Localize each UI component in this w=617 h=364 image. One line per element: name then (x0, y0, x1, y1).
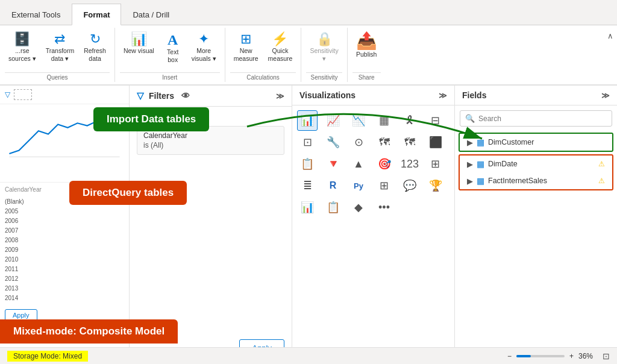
ribbon-group-share: 📤 Publish Share (348, 28, 386, 82)
fit-page-icon[interactable]: ⊡ (603, 351, 610, 361)
year-2013: 2013 (5, 284, 124, 293)
recent-sources-button[interactable]: 🗄️ ...rsesources ▾ (5, 30, 40, 64)
viz-icons-grid: 📊 📈 📉 ▦ 🎗 ⊟ ⊡ 🔧 ⊙ 🗺 🗺 ⬛ 📋 🔻 ▲ 🎯 123 ⊞ ≣ … (292, 105, 454, 222)
recent-sources-icon: 🗄️ (14, 33, 30, 46)
table-icon-factinternetsales: ▦ (477, 176, 484, 186)
fields-expand-btn[interactable]: ≫ (601, 91, 610, 100)
composite-model-callout: Mixed-mode: Composite Model (0, 319, 178, 344)
filter-title: CalendarYear (143, 131, 278, 140)
ribbon-group-queries: 🗄️ ...rsesources ▾ ⇄ Transformdata ▾ ↻ R… (0, 28, 115, 82)
viz-icon-custom3[interactable]: ◆ (348, 197, 369, 218)
more-visuals-button[interactable]: ✦ Morevisuals ▾ (188, 30, 220, 64)
tab-external-tools[interactable]: External Tools (0, 4, 72, 25)
viz-icon-map[interactable]: 🗺 (399, 132, 420, 152)
search-icon: 🔍 (465, 114, 475, 123)
filters-panel-header: ▽ Filters 👁 ≫ (130, 86, 292, 107)
viz-icon-bar[interactable]: 📊 (297, 110, 318, 131)
zoom-slider-fill (516, 355, 531, 357)
filters-title: Filters (149, 91, 174, 101)
field-dimcustomer[interactable]: ▶ ▦ DimCustomer (459, 133, 613, 152)
viz-icon-slicer[interactable]: 123 (399, 154, 420, 174)
viz-icon-card[interactable]: ▲ (348, 154, 369, 174)
ribbon-bar: 🗄️ ...rsesources ▾ ⇄ Transformdata ▾ ↻ R… (0, 25, 617, 86)
table-icon-dimdate: ▦ (477, 159, 484, 169)
refresh-data-button[interactable]: ↻ Refreshdata (80, 30, 110, 64)
year-2011: 2011 (5, 265, 124, 274)
fields-panel: Fields ≫ 🔍 ▶ ▦ DimCustomer ▶ ▦ DimDate ⚠… (455, 86, 617, 364)
visualizations-panel: Visualizations ≫ 📊 📈 📉 ▦ 🎗 ⊟ ⊡ 🔧 ⊙ 🗺 🗺 ⬛… (292, 86, 455, 364)
viz-icon-custom2[interactable]: 📋 (323, 197, 343, 218)
text-box-button[interactable]: A Textbox (160, 30, 186, 66)
filter-icon-left: ▽ (5, 90, 10, 99)
ribbon-group-sensitivity: 🔒 Sensitivity▾ Sensitivity (301, 28, 347, 82)
zoom-slider[interactable] (516, 355, 565, 357)
new-visual-icon: 📊 (131, 33, 147, 46)
queries-group-label: Queries (5, 72, 110, 82)
new-visual-button[interactable]: 📊 New visual (120, 30, 158, 57)
viz-title: Visualizations (299, 90, 355, 100)
field-dimdate[interactable]: ▶ ▦ DimDate ⚠ (460, 155, 612, 172)
viz-icon-ribbon[interactable]: 🎗 (399, 110, 420, 131)
expand-dimdate[interactable]: ▶ (467, 160, 473, 169)
publish-button[interactable]: 📤 Publish (352, 30, 381, 61)
refresh-icon: ↻ (90, 33, 101, 46)
viz-icon-scatter[interactable]: ⊡ (297, 132, 318, 152)
sensitivity-group-label: Sensitivity (306, 72, 342, 82)
collapse-ribbon-button[interactable]: ∧ (607, 31, 613, 40)
viz-icon-area[interactable]: 📉 (348, 110, 369, 131)
new-measure-icon: ⊞ (240, 33, 251, 46)
ribbon-tabs: External Tools Format Data / Drill (0, 0, 617, 25)
viz-icon-table[interactable]: ⊞ (425, 154, 446, 174)
viz-icon-gauge[interactable]: 🔻 (323, 154, 343, 174)
zoom-minus[interactable]: − (507, 352, 512, 360)
viz-icon-treemap[interactable]: 🗺 (374, 132, 395, 152)
expand-factinternetsales[interactable]: ▶ (467, 177, 473, 186)
year-2010: 2010 (5, 255, 124, 265)
transform-icon: ⇄ (54, 33, 65, 46)
field-factinternetsales[interactable]: ▶ ▦ FactInternetSales ⚠ (460, 172, 612, 189)
sensitivity-button[interactable]: 🔒 Sensitivity▾ (306, 30, 342, 64)
filters-expand-btn[interactable]: ≫ (276, 92, 284, 101)
viz-icon-decomp[interactable]: ⊞ (374, 175, 395, 196)
viz-icon-waterfall[interactable]: ⊟ (425, 110, 446, 131)
publish-icon: 📤 (356, 33, 377, 49)
warning-icon-dimdate: ⚠ (598, 160, 605, 168)
new-measure-button[interactable]: ⊞ Newmeasure (230, 30, 262, 64)
zoom-level: 36% (578, 352, 598, 360)
zoom-controls: − + 36% ⊡ (507, 351, 610, 361)
viz-icon-funnel[interactable]: 📋 (297, 154, 318, 174)
import-data-callout: Import Data tables (93, 107, 209, 131)
viz-icon-matrix[interactable]: ≣ (297, 175, 318, 196)
table-icon-dimcustomer: ▦ (477, 137, 484, 147)
zoom-plus[interactable]: + (569, 352, 574, 360)
viz-expand-btn[interactable]: ≫ (439, 91, 447, 100)
year-2005: 2005 (5, 207, 124, 216)
viz-icon-pie[interactable]: 🔧 (323, 132, 343, 152)
transform-data-button[interactable]: ⇄ Transformdata ▾ (42, 30, 78, 64)
search-input[interactable] (478, 115, 607, 123)
tab-format[interactable]: Format (72, 4, 121, 25)
year-2009: 2009 (5, 245, 124, 255)
insert-group-label: Insert (120, 72, 220, 82)
viz-icon-donut[interactable]: ⊙ (348, 132, 369, 152)
viz-icon-smart[interactable]: 🏆 (425, 175, 446, 196)
viz-icon-r[interactable]: R (323, 175, 343, 196)
storage-mode-badge: Storage Mode: Mixed (7, 351, 88, 362)
viz-icon-kpi[interactable]: 🎯 (374, 154, 395, 174)
viz-icon-more[interactable]: ••• (374, 197, 395, 218)
filter-value: is (All) (143, 141, 278, 149)
viz-icon-filled-map[interactable]: ⬛ (425, 132, 446, 152)
quick-measure-button[interactable]: ⚡ Quickmeasure (265, 30, 296, 64)
year-2006: 2006 (5, 216, 124, 226)
calculations-group-label: Calculations (230, 72, 296, 82)
expand-dimcustomer[interactable]: ▶ (467, 138, 473, 147)
viz-icon-custom1[interactable]: 📊 (297, 197, 318, 218)
viz-icon-py[interactable]: Py (348, 175, 369, 196)
year-2007: 2007 (5, 226, 124, 236)
tab-data-drill[interactable]: Data / Drill (121, 4, 181, 25)
text-box-icon: A (168, 33, 178, 47)
viz-icon-line[interactable]: 📈 (323, 110, 343, 131)
viz-icon-qa[interactable]: 💬 (399, 175, 420, 196)
field-name-factinternetsales: FactInternetSales (488, 177, 547, 185)
viz-icon-bar2[interactable]: ▦ (374, 110, 395, 131)
